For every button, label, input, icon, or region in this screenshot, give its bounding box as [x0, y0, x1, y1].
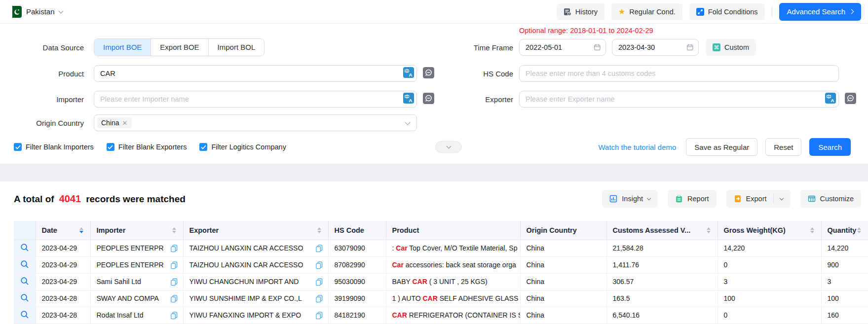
copy-icon[interactable] — [315, 261, 323, 269]
search-button[interactable]: Search — [809, 138, 851, 156]
origin-country-select[interactable]: China ✕ — [94, 114, 417, 131]
header-date[interactable]: Date — [36, 221, 90, 240]
customize-icon — [808, 195, 816, 203]
tab-export-boe[interactable]: Export BOE — [151, 39, 208, 56]
history-label: History — [575, 8, 598, 16]
tab-import-bol[interactable]: Import BOL — [209, 39, 264, 56]
sort-icons[interactable] — [317, 227, 323, 233]
cell-customs-value: 6,540.16 — [606, 307, 717, 324]
exclude-keywords-icon[interactable] — [423, 93, 434, 104]
tutorial-link[interactable]: Watch the tutorial demo — [599, 143, 677, 151]
history-icon — [564, 8, 571, 16]
cell-product: 1 ) AUTO CAR SELF ADHESIVE GLASS S — [386, 290, 520, 307]
start-date-input[interactable] — [526, 43, 594, 51]
regular-cond-label: Regular Cond. — [629, 8, 676, 16]
cell-hs-code: 95030090 — [328, 273, 386, 290]
copy-icon[interactable] — [170, 294, 178, 303]
view-detail-icon[interactable] — [20, 277, 29, 286]
header-customs-assessed-value[interactable]: Customs Assessed V... — [606, 221, 717, 240]
exporter-input[interactable] — [519, 91, 839, 108]
customize-button[interactable]: Customize — [800, 190, 862, 208]
header-hs-code[interactable]: HS Code — [328, 221, 386, 240]
cell-exporter: YIWU SUNSHIME IMP & EXP CO.,L — [183, 290, 328, 307]
command-icon: ⌘ — [713, 43, 720, 51]
svg-text:A: A — [409, 98, 413, 103]
tab-import-boe[interactable]: Import BOE — [94, 39, 151, 56]
collapse-conditions-button[interactable] — [435, 141, 462, 153]
export-button[interactable]: Export — [726, 190, 791, 208]
sort-icons[interactable] — [810, 227, 816, 233]
cell-origin-country: China — [520, 307, 606, 324]
checkbox-checked-icon[interactable] — [199, 143, 207, 151]
country-name: Pakistan — [26, 7, 55, 16]
cell-gross-weight: 100 — [717, 290, 821, 307]
copy-icon[interactable] — [170, 244, 178, 252]
keyword-highlight: CAR — [422, 294, 437, 302]
cell-date: 2023-04-28 — [36, 290, 90, 307]
copy-icon[interactable] — [315, 278, 323, 286]
filter-blank-importers-checkbox[interactable]: Filter Blank Importers — [14, 143, 94, 151]
custom-range-button[interactable]: ⌘ Custom — [706, 39, 756, 56]
view-detail-icon[interactable] — [20, 260, 29, 269]
copy-icon[interactable] — [315, 311, 323, 320]
fold-conditions-button[interactable]: Fold Conditions — [689, 3, 765, 20]
cell-gross-weight: 0 — [717, 256, 821, 273]
keyword-highlight: Car — [396, 244, 407, 252]
copy-icon[interactable] — [315, 294, 323, 303]
sort-icons[interactable] — [79, 227, 85, 233]
regular-cond-button[interactable]: ★ Regular Cond. — [611, 3, 682, 20]
advanced-search-button[interactable]: Advanced Search — [779, 3, 861, 21]
end-date-input[interactable] — [618, 43, 686, 51]
checkbox-checked-icon[interactable] — [14, 143, 22, 151]
start-date-field[interactable] — [519, 39, 606, 56]
cell-date: 2023-04-29 — [36, 256, 90, 273]
keyword-highlight: Car — [392, 261, 404, 269]
keyword-highlight: CAR — [413, 278, 427, 286]
chevron-down-icon[interactable] — [779, 196, 783, 200]
reset-button[interactable]: Reset — [765, 138, 801, 156]
copy-icon[interactable] — [170, 311, 178, 320]
insight-button[interactable]: Insight — [602, 190, 658, 208]
header-quantity[interactable]: Quantity — [821, 221, 868, 240]
header-origin-country[interactable]: Origin Country — [520, 221, 606, 240]
sort-icons[interactable] — [857, 227, 863, 233]
translate-icon[interactable]: A — [403, 93, 414, 104]
exclude-keywords-icon[interactable] — [423, 67, 434, 78]
view-detail-icon[interactable] — [20, 293, 29, 302]
history-button[interactable]: History — [557, 3, 604, 20]
calendar-icon — [594, 43, 601, 51]
report-button[interactable]: Report — [668, 190, 717, 208]
header-importer[interactable]: Importer — [90, 221, 183, 240]
remove-tag-icon[interactable]: ✕ — [122, 120, 128, 126]
end-date-field[interactable] — [612, 39, 699, 56]
importer-input[interactable] — [94, 91, 417, 108]
header-gross-weight[interactable]: Gross Weight(KG) — [717, 221, 821, 240]
view-detail-icon[interactable] — [20, 243, 29, 252]
hs-code-input[interactable] — [519, 65, 839, 82]
save-as-regular-button[interactable]: Save as Regular — [686, 138, 757, 156]
cell-date: 2023-04-29 — [36, 240, 90, 256]
cell-importer: SWAY AND COMPA — [90, 290, 183, 307]
translate-icon[interactable]: A — [403, 67, 414, 78]
cell-quantity: 100 — [821, 290, 868, 307]
country-selector[interactable]: Pakistan — [10, 6, 63, 18]
svg-text:A: A — [409, 72, 413, 77]
cell-hs-code: 39199090 — [328, 290, 386, 307]
sort-icons[interactable] — [707, 227, 713, 233]
header-product[interactable]: Product — [386, 221, 520, 240]
export-icon — [734, 195, 742, 203]
exclude-keywords-icon[interactable] — [845, 93, 856, 104]
checkbox-checked-icon[interactable] — [107, 143, 114, 151]
copy-icon[interactable] — [315, 244, 323, 252]
product-input[interactable] — [94, 65, 417, 82]
sort-icons[interactable] — [172, 227, 178, 233]
filter-blank-exporters-checkbox[interactable]: Filter Blank Exporters — [107, 143, 187, 151]
section-divider — [0, 164, 868, 181]
view-detail-icon[interactable] — [20, 310, 29, 319]
translate-icon[interactable]: A — [825, 93, 836, 104]
copy-icon[interactable] — [170, 278, 178, 286]
header-exporter[interactable]: Exporter — [183, 221, 328, 240]
copy-icon[interactable] — [170, 261, 178, 269]
topbar: Pakistan History ★ Regular Cond. Fold Co… — [0, 0, 868, 24]
filter-logitics-company-checkbox[interactable]: Filter Logitics Company — [199, 143, 286, 151]
